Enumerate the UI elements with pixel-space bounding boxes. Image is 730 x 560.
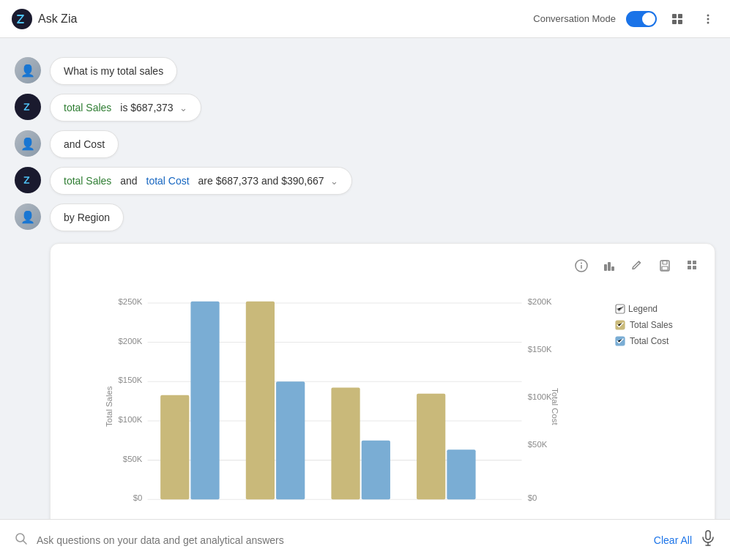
zia-logo-icon xyxy=(12,9,32,29)
info-icon[interactable] xyxy=(571,255,592,276)
zia-bubble-2: total Sales and total Cost are $687,373 … xyxy=(50,167,352,195)
chart-svg-area: $250K $200K $150K $100K $50K $0 $200K $1 xyxy=(62,282,603,519)
svg-text:$0: $0 xyxy=(528,493,537,502)
svg-point-6 xyxy=(707,18,709,20)
svg-rect-16 xyxy=(662,266,668,270)
user-avatar-2: 👤 xyxy=(15,130,41,157)
svg-rect-4 xyxy=(678,20,682,24)
user-face-2: 👤 xyxy=(15,130,41,157)
svg-rect-11 xyxy=(604,264,607,271)
user-bubble-3: by Region xyxy=(50,204,124,231)
header: Ask Zia Conversation Mode xyxy=(0,0,730,38)
bar-group3-cost xyxy=(362,441,390,500)
bar-chart-icon[interactable] xyxy=(599,255,619,276)
zia-response-2-values: are $687,373 and $390,667 xyxy=(195,175,324,187)
svg-line-44 xyxy=(23,540,27,544)
message-row-1: 👤 What is my total sales xyxy=(0,53,730,89)
chat-area: 👤 What is my total sales total Sales is … xyxy=(0,38,730,519)
svg-text:$50K: $50K xyxy=(123,455,143,463)
message-row-2: total Sales is $687,373 ⌄ xyxy=(0,89,730,126)
user-bubble-1: What is my total sales xyxy=(50,57,177,85)
svg-rect-3 xyxy=(672,20,677,24)
search-icon xyxy=(15,532,28,548)
zia-response-1-sales: total Sales xyxy=(64,102,111,113)
svg-text:$0: $0 xyxy=(133,493,143,502)
user-avatar-3: 👤 xyxy=(15,204,41,230)
legend-sales-checkbox[interactable] xyxy=(615,320,625,330)
svg-text:$150K: $150K xyxy=(119,376,143,384)
grid-view-icon[interactable] xyxy=(667,9,688,29)
user-face-3: 👤 xyxy=(15,204,41,230)
svg-point-0 xyxy=(12,9,32,29)
bar-group4-sales xyxy=(417,394,445,500)
legend-item-cost: Total Cost xyxy=(615,336,703,346)
legend-title: Legend xyxy=(615,304,703,314)
chart-toolbar xyxy=(62,255,703,276)
zia-chevron-1[interactable]: ⌄ xyxy=(179,102,187,113)
legend-item-sales: Total Sales xyxy=(615,320,703,330)
chart-legend: Legend Total Sales Total Cost xyxy=(615,282,703,519)
chart-card: $250K $200K $150K $100K $50K $0 $200K $1 xyxy=(50,243,715,519)
user-message-1-text: What is my total sales xyxy=(64,65,163,77)
svg-rect-20 xyxy=(693,266,696,269)
query-input[interactable] xyxy=(37,534,645,546)
svg-rect-18 xyxy=(693,261,696,264)
save-icon[interactable] xyxy=(655,255,675,276)
user-message-2-text: and Cost xyxy=(64,138,105,150)
svg-point-10 xyxy=(581,263,582,264)
svg-point-7 xyxy=(707,21,709,23)
svg-rect-13 xyxy=(611,266,614,271)
message-row-5: 👤 by Region xyxy=(0,199,730,236)
bar-chart-svg: $250K $200K $150K $100K $50K $0 $200K $1 xyxy=(62,282,603,516)
microphone-icon[interactable] xyxy=(701,530,715,550)
conversation-mode-toggle[interactable] xyxy=(626,11,657,27)
logo-area: Ask Zia xyxy=(12,9,77,29)
legend-cost-label: Total Cost xyxy=(630,336,668,346)
zia-chevron-2[interactable]: ⌄ xyxy=(330,176,338,187)
svg-rect-17 xyxy=(688,261,691,264)
legend-sales-label: Total Sales xyxy=(630,320,673,330)
zia-response-2-sales: total Sales xyxy=(64,175,111,187)
zia-response-1-is: is $687,373 xyxy=(117,102,173,113)
app-title: Ask Zia xyxy=(38,12,77,26)
zia-avatar-2 xyxy=(15,167,41,193)
more-options-icon[interactable] xyxy=(698,9,718,29)
legend-label: Legend xyxy=(628,304,658,314)
bar-group1-sales xyxy=(160,395,189,499)
legend-checkbox-icon[interactable] xyxy=(615,304,625,314)
grid-icon[interactable] xyxy=(682,255,703,276)
svg-text:Total Cost: Total Cost xyxy=(551,388,559,425)
clear-all-button[interactable]: Clear All xyxy=(654,534,692,546)
svg-text:$250K: $250K xyxy=(119,297,143,306)
user-face-1: 👤 xyxy=(15,57,41,83)
svg-text:Total Sales: Total Sales xyxy=(105,386,113,427)
svg-text:$200K: $200K xyxy=(119,337,143,346)
bar-group3-sales xyxy=(331,388,360,500)
bar-group1-cost xyxy=(190,302,219,499)
zia-avatar-1 xyxy=(15,94,41,120)
svg-rect-12 xyxy=(608,262,611,271)
zia-response-2-and: and xyxy=(117,175,140,187)
header-controls: Conversation Mode xyxy=(533,9,718,29)
user-message-3-text: by Region xyxy=(64,212,110,223)
user-bubble-2: and Cost xyxy=(50,130,119,158)
svg-text:$100K: $100K xyxy=(528,392,552,401)
bar-group2-sales xyxy=(246,302,275,499)
svg-rect-1 xyxy=(672,14,677,18)
zia-response-2-cost: total Cost xyxy=(146,175,190,187)
zia-bubble-1: total Sales is $687,373 ⌄ xyxy=(50,94,201,122)
bar-group2-cost xyxy=(276,381,305,499)
svg-rect-2 xyxy=(678,14,682,18)
user-avatar-1: 👤 xyxy=(15,57,41,83)
svg-text:$50K: $50K xyxy=(528,440,548,449)
legend-cost-checkbox[interactable] xyxy=(615,336,625,346)
svg-rect-45 xyxy=(706,531,710,540)
message-row-3: 👤 and Cost xyxy=(0,126,730,163)
edit-icon[interactable] xyxy=(627,255,647,276)
svg-point-5 xyxy=(707,14,709,16)
svg-text:$150K: $150K xyxy=(528,345,552,354)
toggle-knob xyxy=(642,12,655,26)
svg-text:$100K: $100K xyxy=(119,415,143,424)
bar-group4-cost xyxy=(447,449,475,499)
svg-rect-19 xyxy=(688,266,691,269)
